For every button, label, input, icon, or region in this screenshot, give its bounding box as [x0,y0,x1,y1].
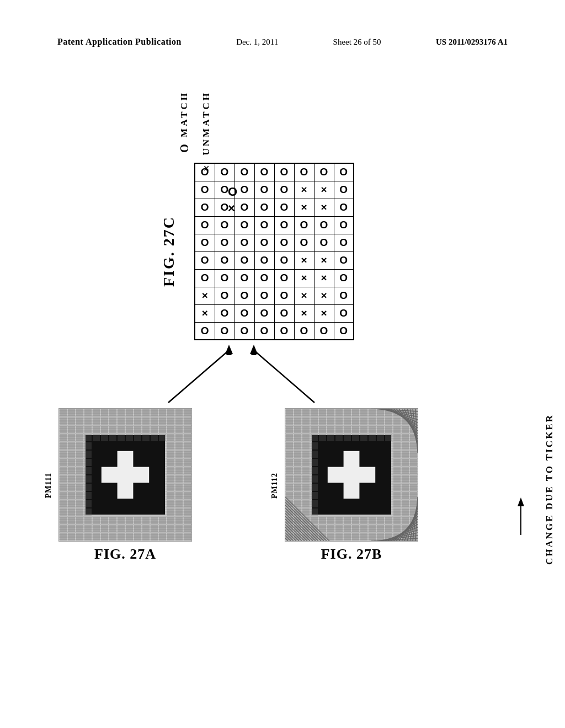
grid-cell: O [215,304,234,322]
svg-line-2 [254,350,315,403]
fig27c-container: FIG. 27C OOOOOOOOOOOOO××OOOOOO××OOOOOOOO… [160,163,354,340]
grid-cell: × [195,287,215,304]
fig27c-label: FIG. 27C [160,216,178,287]
grid-cell: O [254,269,274,287]
grid-cell: O [334,304,354,322]
grid-cell: O [195,322,215,340]
sheet-info: Sheet 26 of 50 [333,38,381,47]
grid-cell: O [215,251,234,269]
grid-cell: O [215,322,234,340]
ticker-label: CHANGE DUE TO TICKER [544,414,555,565]
ticker-arrow-svg [504,496,537,540]
fig27a-container: PM111 FIG. 27A [44,408,192,563]
fig27b-title: FIG. 27B [321,546,382,563]
patent-number: US 2011/0293176 A1 [436,38,508,47]
grid-cell: O [334,322,354,340]
grid-cell: O [254,322,274,340]
grid-cell: O [195,163,215,181]
fig27c-grid: OOOOOOOOOOOOO××OOOOOO××OOOOOOOOOOOOOOOOO… [194,163,354,340]
grid-cell: O [195,181,215,199]
grid-cell: O [234,199,254,216]
grid-cell: O [334,234,354,251]
fig27b-container: PM112 FIG. 27B [270,408,418,563]
fig27a-canvas [58,408,192,542]
grid-cell: O [274,269,294,287]
fig27b-wrapper: FIG. 27B [285,408,418,563]
grid-cell: O [234,181,254,199]
grid-cell: O [195,234,215,251]
fig27a-wrapper: FIG. 27A [58,408,192,563]
legend-vertical-text: O MATCH × UNMATCH [177,91,214,174]
grid-cell: × [294,251,314,269]
grid-cell: × [314,181,334,199]
main-content: O MATCH × UNMATCH O × FIG. 27C OOOOOOOOO… [0,83,565,728]
arrows-svg [83,342,425,408]
grid-cell: O [195,269,215,287]
svg-line-0 [168,350,229,403]
grid-cell: O [294,322,314,340]
grid-cell: O [254,287,274,304]
grid-cell: O [274,322,294,340]
grid-cell: O [334,199,354,216]
grid-cell: O [274,304,294,322]
fig27a-title: FIG. 27A [94,546,156,563]
grid-cell: × [195,304,215,322]
grid-cell: O [215,269,234,287]
grid-cell: O [254,163,274,181]
grid-cell: O [215,216,234,234]
grid-cell: × [294,181,314,199]
grid-cell: O [274,181,294,199]
grid-cell: O [195,216,215,234]
grid-cell: × [314,199,334,216]
grid-cell: O [234,234,254,251]
grid-cell: × [294,304,314,322]
legend-x-unmatch: × UNMATCH [199,91,214,174]
grid-cell: O [314,234,334,251]
grid-cell: O [215,181,234,199]
grid-cell: O [314,163,334,181]
grid-cell: O [334,251,354,269]
grid-cell: O [294,163,314,181]
grid-cell: O [314,322,334,340]
pm112-label: PM112 [270,473,279,499]
grid-cell: O [274,251,294,269]
publication-title: Patent Application Publication [57,37,182,47]
grid-cell: O [215,163,234,181]
grid-cell: × [314,251,334,269]
grid-cell: O [254,251,274,269]
grid-cell: O [215,234,234,251]
svg-marker-7 [518,497,524,506]
publication-date: Dec. 1, 2011 [236,38,278,47]
grid-cell: O [254,216,274,234]
grid-cell: O [234,287,254,304]
pm111-label: PM111 [44,473,53,498]
grid-cell: O [314,216,334,234]
grid-cell: O [294,234,314,251]
grid-cell: × [314,269,334,287]
grid-cell: O [215,287,234,304]
grid-cell: O [274,216,294,234]
grid-cell: O [334,287,354,304]
grid-cell: O [274,234,294,251]
grid-cell: O [334,216,354,234]
grid-cell: O [294,216,314,234]
grid-cell: O [254,199,274,216]
grid-cell: O [234,163,254,181]
grid-cell: O [234,304,254,322]
grid-cell: O [234,322,254,340]
grid-cell: O [254,304,274,322]
grid-cell: O [254,234,274,251]
grid-cell: × [294,199,314,216]
grid-cell: O [274,287,294,304]
grid-cell: × [294,287,314,304]
legend-o-match: O MATCH [177,91,192,153]
grid-cell: O [274,163,294,181]
grid-cell: O [195,251,215,269]
grid-cell: O [215,199,234,216]
grid-cell: × [314,287,334,304]
grid-cell: O [274,199,294,216]
grid-cell: O [195,199,215,216]
grid-cell: O [234,216,254,234]
grid-cell: O [234,269,254,287]
grid-cell: O [334,181,354,199]
